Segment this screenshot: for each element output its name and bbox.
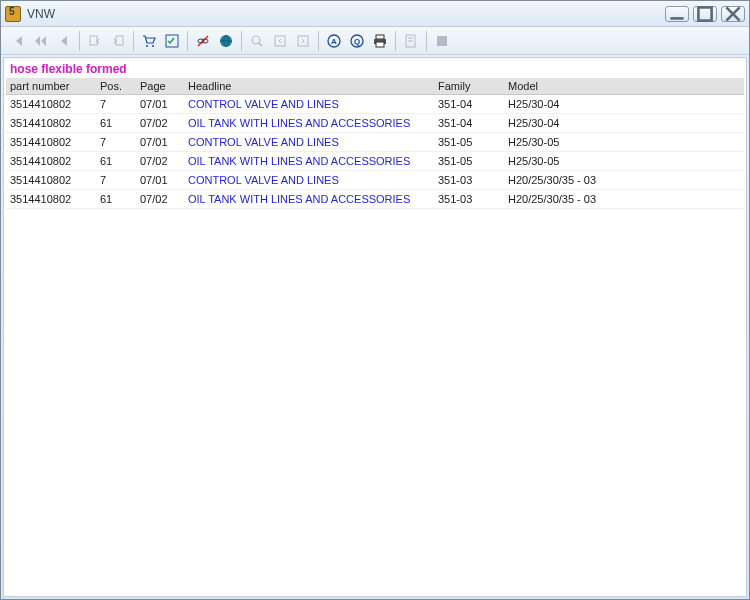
col-headline[interactable]: Headline <box>184 78 434 95</box>
cell-part-number: 3514410802 <box>6 114 96 133</box>
maximize-button[interactable] <box>693 6 717 22</box>
cell-page: 07/02 <box>136 190 184 209</box>
col-model[interactable]: Model <box>504 78 744 95</box>
page-left-icon[interactable] <box>269 30 291 52</box>
cell-pos: 61 <box>96 152 136 171</box>
col-part-number[interactable]: part number <box>6 78 96 95</box>
col-page[interactable]: Page <box>136 78 184 95</box>
toolbar: A Q <box>1 27 749 55</box>
note-icon[interactable] <box>400 30 422 52</box>
svg-rect-16 <box>298 36 308 46</box>
cell-page: 07/02 <box>136 152 184 171</box>
nolink-icon[interactable] <box>192 30 214 52</box>
table-row[interactable]: 3514410802707/01CONTROL VALVE AND LINES3… <box>6 95 744 114</box>
cell-page: 07/01 <box>136 171 184 190</box>
cell-part-number: 3514410802 <box>6 133 96 152</box>
table-row[interactable]: 35144108026107/02OIL TANK WITH LINES AND… <box>6 114 744 133</box>
content-area: hose flexible formed part number Pos. Pa… <box>3 57 747 597</box>
prev-icon[interactable] <box>53 30 75 52</box>
cell-pos: 7 <box>96 95 136 114</box>
cart-icon[interactable] <box>138 30 160 52</box>
svg-rect-21 <box>376 35 384 39</box>
cell-headline[interactable]: OIL TANK WITH LINES AND ACCESSORIES <box>184 190 434 209</box>
table-row[interactable]: 35144108026107/02OIL TANK WITH LINES AND… <box>6 152 744 171</box>
copy-right-icon[interactable] <box>107 30 129 52</box>
cell-pos: 7 <box>96 171 136 190</box>
svg-point-7 <box>152 45 154 47</box>
table-row[interactable]: 3514410802707/01CONTROL VALVE AND LINES3… <box>6 133 744 152</box>
svg-point-6 <box>146 45 148 47</box>
cell-family: 351-03 <box>434 171 504 190</box>
cell-model: H25/30-04 <box>504 114 744 133</box>
col-pos[interactable]: Pos. <box>96 78 136 95</box>
page-right-icon[interactable] <box>292 30 314 52</box>
cell-headline[interactable]: OIL TANK WITH LINES AND ACCESSORIES <box>184 152 434 171</box>
cell-model: H20/25/30/35 - 03 <box>504 190 744 209</box>
svg-text:A: A <box>331 37 337 46</box>
svg-rect-1 <box>698 7 711 20</box>
svg-line-11 <box>198 36 208 46</box>
cell-model: H25/30-04 <box>504 95 744 114</box>
cell-family: 351-03 <box>434 190 504 209</box>
cell-family: 351-05 <box>434 152 504 171</box>
svg-rect-4 <box>90 36 97 45</box>
cell-page: 07/01 <box>136 95 184 114</box>
cell-family: 351-04 <box>434 95 504 114</box>
cell-model: H20/25/30/35 - 03 <box>504 171 744 190</box>
cell-pos: 61 <box>96 114 136 133</box>
cell-part-number: 3514410802 <box>6 190 96 209</box>
circle-a-icon[interactable]: A <box>323 30 345 52</box>
stop-icon[interactable] <box>431 30 453 52</box>
rewind-icon[interactable] <box>30 30 52 52</box>
svg-rect-23 <box>376 42 384 47</box>
svg-rect-15 <box>275 36 285 46</box>
svg-text:Q: Q <box>354 37 360 46</box>
svg-point-13 <box>252 36 260 44</box>
svg-rect-5 <box>116 36 123 45</box>
cell-part-number: 3514410802 <box>6 171 96 190</box>
checklist-icon[interactable] <box>161 30 183 52</box>
cell-family: 351-05 <box>434 133 504 152</box>
cell-part-number: 3514410802 <box>6 152 96 171</box>
svg-line-14 <box>259 43 262 46</box>
cell-model: H25/30-05 <box>504 152 744 171</box>
first-icon[interactable] <box>7 30 29 52</box>
close-button[interactable] <box>721 6 745 22</box>
cell-pos: 61 <box>96 190 136 209</box>
cell-model: H25/30-05 <box>504 133 744 152</box>
cell-part-number: 3514410802 <box>6 95 96 114</box>
search-title: hose flexible formed <box>6 60 744 78</box>
copy-left-icon[interactable] <box>84 30 106 52</box>
cell-headline[interactable]: CONTROL VALVE AND LINES <box>184 133 434 152</box>
svg-rect-27 <box>437 36 447 46</box>
globe-icon[interactable] <box>215 30 237 52</box>
table-row[interactable]: 3514410802707/01CONTROL VALVE AND LINES3… <box>6 171 744 190</box>
cell-headline[interactable]: CONTROL VALVE AND LINES <box>184 95 434 114</box>
cell-page: 07/01 <box>136 133 184 152</box>
col-family[interactable]: Family <box>434 78 504 95</box>
window-title: VNW <box>27 7 665 21</box>
cell-page: 07/02 <box>136 114 184 133</box>
titlebar: VNW <box>1 1 749 27</box>
print-icon[interactable] <box>369 30 391 52</box>
app-icon <box>5 6 21 22</box>
cell-pos: 7 <box>96 133 136 152</box>
minimize-button[interactable] <box>665 6 689 22</box>
table-row[interactable]: 35144108026107/02OIL TANK WITH LINES AND… <box>6 190 744 209</box>
table-header-row: part number Pos. Page Headline Family Mo… <box>6 78 744 95</box>
circle-q-icon[interactable]: Q <box>346 30 368 52</box>
app-window: VNW A Q hose flexible formed <box>0 0 750 600</box>
results-table: part number Pos. Page Headline Family Mo… <box>6 78 744 209</box>
cell-headline[interactable]: CONTROL VALVE AND LINES <box>184 171 434 190</box>
cell-headline[interactable]: OIL TANK WITH LINES AND ACCESSORIES <box>184 114 434 133</box>
cell-family: 351-04 <box>434 114 504 133</box>
window-controls <box>665 6 745 22</box>
zoom-icon[interactable] <box>246 30 268 52</box>
